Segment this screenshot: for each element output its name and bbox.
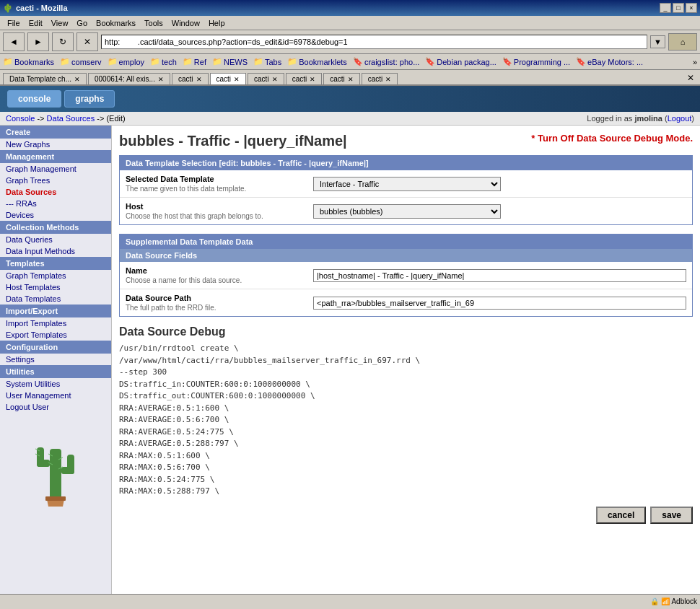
bookmark-ebay[interactable]: 🔖 eBay Motors: ... bbox=[576, 57, 643, 66]
cacti-header: console graphs bbox=[0, 86, 700, 112]
bookmark-craigslist[interactable]: 🔖 craigslist: pho... bbox=[353, 57, 419, 66]
bookmark-ref[interactable]: 📁 Ref bbox=[183, 57, 206, 66]
addressbar: ◄ ► ↻ ✕ ▼ ⌂ bbox=[0, 30, 700, 54]
name-input[interactable] bbox=[313, 269, 686, 282]
tab-2[interactable]: cacti✕ bbox=[172, 73, 209, 84]
maximize-button[interactable]: □ bbox=[673, 3, 684, 13]
menu-go[interactable]: Go bbox=[72, 17, 92, 29]
forward-button[interactable]: ► bbox=[27, 32, 49, 51]
sidebar-item-graph-trees[interactable]: Graph Trees bbox=[0, 175, 111, 186]
sidebar-item-system-utilities[interactable]: System Utilities bbox=[0, 378, 111, 390]
stop-button[interactable]: ✕ bbox=[76, 32, 98, 51]
cactus-area bbox=[0, 413, 111, 515]
sidebar-item-devices[interactable]: Devices bbox=[0, 209, 111, 221]
data-source-path-row: Data Source Path The full path to the RR… bbox=[120, 289, 692, 316]
bookmark-tabs[interactable]: 📁 Tabs bbox=[253, 57, 281, 66]
bookmark-programming[interactable]: 🔖 Programming ... bbox=[502, 57, 570, 66]
data-source-path-input[interactable] bbox=[313, 297, 686, 310]
sidebar-item-rras[interactable]: --- RRAs bbox=[0, 198, 111, 209]
back-button[interactable]: ◄ bbox=[3, 32, 25, 51]
bookmark-news[interactable]: 📁 NEWS bbox=[212, 57, 248, 66]
sidebar-item-export-templates[interactable]: Export Templates bbox=[0, 329, 111, 341]
sidebar-item-settings[interactable]: Settings bbox=[0, 354, 111, 365]
bookmark-employ[interactable]: 📁 employ bbox=[108, 57, 144, 66]
tab-close-4[interactable]: ✕ bbox=[272, 76, 278, 83]
save-button[interactable]: save bbox=[650, 507, 693, 524]
menu-tools[interactable]: Tools bbox=[140, 17, 167, 29]
tab-close-7[interactable]: ✕ bbox=[385, 76, 391, 83]
console-button[interactable]: console bbox=[7, 90, 61, 108]
breadcrumb: Console -> Data Sources -> (Edit) bbox=[6, 114, 126, 123]
tab-3[interactable]: cacti✕ bbox=[210, 73, 247, 84]
bookmark-bookmarklets[interactable]: 📁 Bookmarklets bbox=[287, 57, 347, 66]
menu-bookmarks[interactable]: Bookmarks bbox=[92, 17, 140, 29]
tab-4[interactable]: cacti✕ bbox=[248, 73, 284, 84]
menu-edit[interactable]: Edit bbox=[25, 17, 47, 29]
sidebar-item-data-templates[interactable]: Data Templates bbox=[0, 293, 111, 304]
page-title: bubbles - Traffic - |query_ifName| bbox=[119, 133, 347, 149]
sidebar-item-host-templates[interactable]: Host Templates bbox=[0, 281, 111, 293]
tab-close-6[interactable]: ✕ bbox=[348, 76, 354, 83]
sidebar-item-graph-templates[interactable]: Graph Templates bbox=[0, 270, 111, 281]
reload-button[interactable]: ↻ bbox=[52, 32, 74, 51]
sidebar-item-graph-management[interactable]: Graph Management bbox=[0, 163, 111, 175]
logout-link[interactable]: Logout bbox=[668, 114, 692, 123]
bookmark-debian[interactable]: 🔖 Debian packag... bbox=[425, 57, 496, 66]
address-input[interactable] bbox=[101, 35, 647, 49]
sidebar-item-logout-user[interactable]: Logout User bbox=[0, 401, 111, 413]
close-tab-button[interactable]: ✕ bbox=[684, 71, 697, 84]
sidebar-item-new-graphs[interactable]: New Graphs bbox=[0, 139, 111, 150]
close-button[interactable]: × bbox=[686, 3, 697, 13]
sidebar-section-collection: Collection Methods bbox=[0, 221, 111, 234]
sidebar-item-data-sources[interactable]: Data Sources bbox=[0, 186, 111, 198]
bookmarks-more[interactable]: » bbox=[693, 58, 697, 66]
sidebar: Create New Graphs Management Graph Manag… bbox=[0, 126, 112, 594]
menu-window[interactable]: Window bbox=[167, 17, 204, 29]
tab-close-0[interactable]: ✕ bbox=[74, 76, 80, 83]
supplemental-content: Name Choose a name for this data source.… bbox=[120, 262, 692, 316]
minimize-button[interactable]: _ bbox=[660, 3, 671, 13]
tab-close-3[interactable]: ✕ bbox=[234, 76, 240, 83]
go-button[interactable]: ▼ bbox=[650, 35, 665, 48]
breadcrumb-data-sources[interactable]: Data Sources bbox=[47, 114, 95, 123]
sidebar-item-data-queries[interactable]: Data Queries bbox=[0, 234, 111, 245]
window-titlebar: 🌵 cacti - Mozilla _ □ × bbox=[0, 0, 700, 16]
data-template-select[interactable]: Interface - Traffic bbox=[313, 177, 501, 191]
breadcrumb-edit: (Edit) bbox=[106, 114, 125, 123]
svg-rect-11 bbox=[45, 496, 66, 501]
sidebar-section-import-export: Import/Export bbox=[0, 304, 111, 317]
tab-6[interactable]: cacti✕ bbox=[323, 73, 360, 84]
graphs-button[interactable]: graphs bbox=[64, 90, 115, 108]
sidebar-section-configuration: Configuration bbox=[0, 341, 111, 354]
tab-1[interactable]: 0000614: All exis...✕ bbox=[88, 73, 170, 84]
window-controls[interactable]: _ □ × bbox=[660, 3, 697, 13]
tab-7[interactable]: cacti✕ bbox=[362, 73, 398, 84]
statusbar: 🔒 📶 Adblock bbox=[0, 594, 700, 608]
data-source-path-desc: The full path to the RRD file. bbox=[126, 304, 313, 312]
sidebar-item-user-management[interactable]: User Management bbox=[0, 390, 111, 401]
menu-help[interactable]: Help bbox=[204, 17, 229, 29]
button-row: cancel save bbox=[119, 501, 693, 530]
bookmark-comserv[interactable]: 📁 comserv bbox=[60, 57, 102, 66]
tab-5[interactable]: cacti✕ bbox=[286, 73, 323, 84]
menu-file[interactable]: File bbox=[3, 17, 25, 29]
bookmark-tech[interactable]: 📁 tech bbox=[150, 57, 177, 66]
tab-0[interactable]: Data Template ch...✕ bbox=[3, 73, 87, 84]
data-template-section-content: Selected Data Template The name given to… bbox=[120, 170, 692, 224]
sidebar-section-create: Create bbox=[0, 126, 111, 139]
debug-title: Data Source Debug bbox=[119, 325, 693, 338]
tab-close-5[interactable]: ✕ bbox=[310, 76, 315, 83]
content-area: bubbles - Traffic - |query_ifName| * Tur… bbox=[112, 126, 700, 594]
sidebar-item-data-input-methods[interactable]: Data Input Methods bbox=[0, 245, 111, 257]
sidebar-item-import-templates[interactable]: Import Templates bbox=[0, 317, 111, 329]
menu-view[interactable]: View bbox=[47, 17, 73, 29]
statusbar-icons: 🔒 📶 Adblock bbox=[650, 597, 697, 605]
bookmark-bookmarks[interactable]: 📁 Bookmarks bbox=[3, 57, 54, 66]
debug-mode-link[interactable]: * Turn Off Data Source Debug Mode. bbox=[531, 133, 693, 144]
breadcrumb-console[interactable]: Console bbox=[6, 114, 35, 123]
tab-close-1[interactable]: ✕ bbox=[158, 76, 164, 83]
host-select[interactable]: bubbles (bubbles) bbox=[313, 204, 501, 219]
data-source-path-label: Data Source Path bbox=[126, 294, 313, 302]
cancel-button[interactable]: cancel bbox=[596, 507, 646, 524]
tab-close-2[interactable]: ✕ bbox=[196, 76, 202, 83]
